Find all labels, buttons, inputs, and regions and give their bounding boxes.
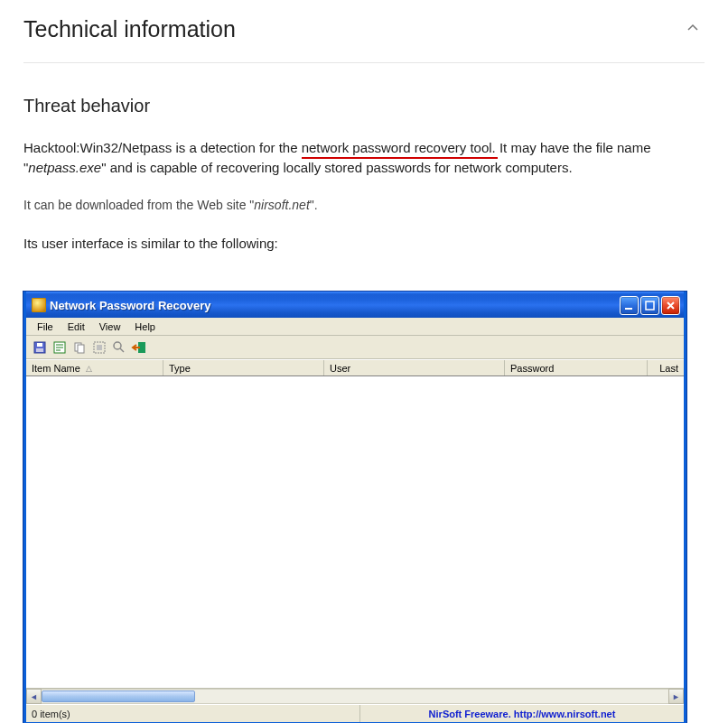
menu-edit[interactable]: Edit <box>61 320 92 334</box>
list-header: Item Name △ Type User Password Last <box>26 359 684 376</box>
threat-paragraph-3: Its user interface is similar to the fol… <box>23 234 705 254</box>
threat-paragraph-1: Hacktool:Win32/Netpass is a detection fo… <box>23 138 705 178</box>
text: " and is capable of recovering locally s… <box>101 160 572 175</box>
threat-paragraph-2: It can be downloaded from the Web site "… <box>23 198 705 212</box>
menu-file[interactable]: File <box>30 320 61 334</box>
menu-view[interactable]: View <box>92 320 128 334</box>
exit-icon[interactable] <box>131 339 147 356</box>
threat-heading: Threat behavior <box>23 96 705 116</box>
scroll-thumb[interactable] <box>42 691 195 702</box>
text: ". <box>310 198 318 212</box>
text: It can be downloaded from the Web site " <box>23 198 254 212</box>
svg-rect-1 <box>646 301 654 310</box>
status-brand-link[interactable]: NirSoft Freeware. http://www.nirsoft.net <box>360 709 684 719</box>
col-password[interactable]: Password <box>505 360 648 375</box>
properties-icon[interactable] <box>51 339 68 356</box>
section-title: Technical information <box>23 16 236 42</box>
svg-rect-4 <box>36 348 43 352</box>
svg-rect-0 <box>625 308 632 310</box>
scroll-track[interactable] <box>42 689 668 704</box>
sort-asc-icon: △ <box>86 364 92 373</box>
col-label: Type <box>169 363 191 374</box>
col-type[interactable]: Type <box>163 360 324 375</box>
svg-rect-3 <box>37 343 42 347</box>
minimize-button[interactable] <box>620 296 639 315</box>
col-label: User <box>330 363 350 374</box>
menu-help[interactable]: Help <box>127 320 163 334</box>
filename-text: netpass.exe <box>28 160 101 175</box>
svg-rect-7 <box>78 345 84 353</box>
list-body[interactable] <box>26 376 684 689</box>
copy-icon[interactable] <box>71 339 88 356</box>
select-all-icon[interactable] <box>91 339 107 356</box>
save-icon[interactable] <box>32 339 48 356</box>
xp-titlebar[interactable]: Network Password Recovery <box>26 292 684 318</box>
chevron-up-icon[interactable] <box>686 22 705 38</box>
col-last[interactable]: Last <box>648 360 684 375</box>
highlighted-phrase: network password recovery tool. <box>302 140 496 155</box>
close-button[interactable] <box>661 296 680 315</box>
find-icon[interactable] <box>111 339 127 356</box>
col-label: Password <box>510 363 554 374</box>
site-text: nirsoft.net <box>254 198 309 212</box>
section-body: Threat behavior Hacktool:Win32/Netpass i… <box>23 63 705 723</box>
col-user[interactable]: User <box>324 360 505 375</box>
window-title: Network Password Recovery <box>46 299 620 312</box>
col-label: Last <box>659 363 678 374</box>
xp-menubar: File Edit View Help <box>26 318 684 336</box>
col-label: Item Name <box>32 363 80 374</box>
status-count: 0 item(s) <box>26 705 360 722</box>
section-header[interactable]: Technical information <box>23 11 705 63</box>
scroll-right-icon[interactable]: ► <box>668 689 684 704</box>
col-item-name[interactable]: Item Name △ <box>26 360 163 375</box>
svg-point-10 <box>114 342 121 349</box>
scroll-left-icon[interactable]: ◄ <box>26 689 42 704</box>
maximize-button[interactable] <box>640 296 659 315</box>
svg-rect-9 <box>97 345 102 350</box>
xp-toolbar <box>26 336 684 359</box>
xp-window: Network Password Recovery File Edit Vi <box>23 292 686 723</box>
text: Hacktool:Win32/Netpass is a detection fo… <box>23 140 302 155</box>
h-scrollbar[interactable]: ◄ ► <box>26 689 684 704</box>
status-bar: 0 item(s) NirSoft Freeware. http://www.n… <box>26 704 684 722</box>
app-icon <box>32 298 46 312</box>
